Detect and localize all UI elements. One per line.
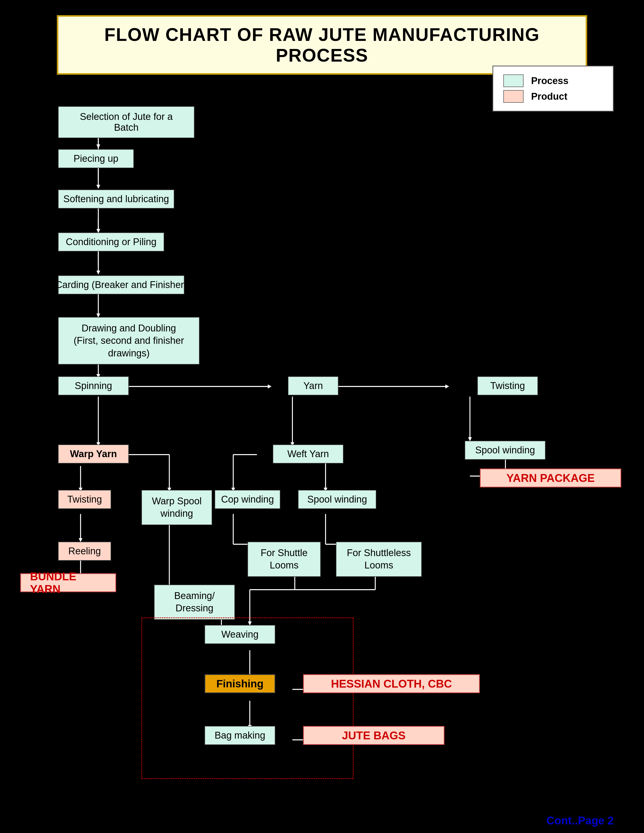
- selection-box: Selection of Jute for a Batch: [58, 106, 195, 138]
- weft-yarn-box: Weft Yarn: [273, 444, 343, 463]
- svg-marker-13: [97, 270, 100, 275]
- warp-yarn-box: Warp Yarn: [58, 444, 129, 463]
- bag-making-box: Bag making: [204, 726, 275, 745]
- svg-marker-9: [97, 185, 100, 189]
- spinning-box: Spinning: [58, 376, 129, 395]
- softening-box: Softening and lubricating: [58, 190, 174, 209]
- legend-process-label: Process: [531, 76, 568, 86]
- spool-winding-top-box: Spool winding: [465, 441, 546, 460]
- for-shuttle-box: For Shuttle Looms: [248, 542, 321, 577]
- page: FLOW CHART OF RAW JUTE MANUFACTURING PRO…: [0, 0, 644, 833]
- yarn-box: Yarn: [288, 376, 338, 395]
- yarn-package-box: YARN PACKAGE: [480, 468, 621, 487]
- drawing-box: Drawing and Doubling (First, second and …: [58, 317, 200, 365]
- twisting2-box: Twisting: [58, 490, 111, 509]
- cont-page: Cont..Page 2: [546, 814, 614, 827]
- carding-box: Carding (Breaker and Finisher): [58, 275, 184, 294]
- svg-marker-19: [268, 384, 272, 389]
- spool-winding2-box: Spool winding: [298, 490, 376, 509]
- jute-bags-box: JUTE BAGS: [303, 726, 444, 745]
- beaming-box: Beaming/ Dressing: [154, 585, 235, 620]
- svg-marker-21: [445, 384, 449, 389]
- reeling-box: Reeling: [58, 542, 111, 561]
- finishing-box: Finishing: [204, 674, 275, 693]
- weaving-box: Weaving: [204, 625, 275, 644]
- flow-area: Selection of Jute for a Batch Piecing up…: [20, 95, 624, 827]
- cop-winding-box: Cop winding: [215, 490, 280, 509]
- hessian-box: HESSIAN CLOTH, CBC: [303, 674, 480, 693]
- for-shuttleless-box: For Shuttleless Looms: [336, 542, 422, 577]
- svg-marker-7: [97, 145, 100, 148]
- page-title: FLOW CHART OF RAW JUTE MANUFACTURING PRO…: [74, 24, 570, 66]
- bundle-yarn-box: BUNDLE YARN: [20, 573, 116, 592]
- conditioning-box: Conditioning or Piling: [58, 233, 164, 251]
- piecing-box: Piecing up: [58, 149, 134, 168]
- process-color-swatch: [503, 74, 523, 87]
- twisting-top-box: Twisting: [477, 376, 538, 395]
- legend-process: Process: [503, 74, 603, 87]
- warp-spool-box: Warp Spool winding: [142, 490, 212, 525]
